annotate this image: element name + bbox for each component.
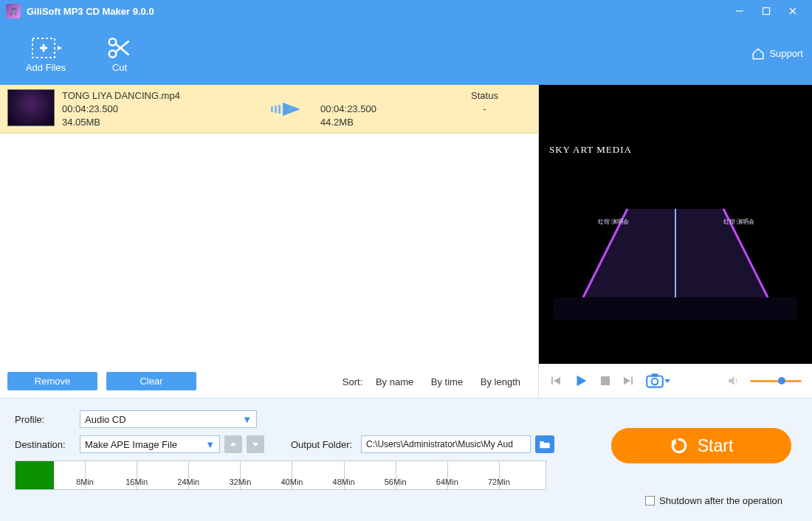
timeline-tick-label: 24Min (177, 477, 199, 486)
start-label: Start (698, 436, 734, 456)
app-title: GiliSoft MP3 CD Maker 9.0.0 (27, 6, 154, 17)
svg-marker-15 (283, 103, 300, 116)
clear-button[interactable]: Clear (106, 372, 196, 390)
preview-panel: SKY ART MEDIA 红馆·演唱会 红馆·演唱会 (539, 85, 812, 398)
svg-rect-27 (631, 377, 633, 385)
sort-by-length[interactable]: By length (481, 376, 520, 387)
svg-text:红馆·演唱会: 红馆·演唱会 (598, 218, 629, 225)
timeline-used (16, 461, 54, 489)
svg-text:红馆·演唱会: 红馆·演唱会 (723, 218, 754, 225)
file-list: TONG LIYA DANCING.mp4 00:04:23.500 34.05… (0, 85, 539, 398)
destination-label: Destination: (15, 439, 80, 450)
add-files-icon (30, 34, 62, 62)
timeline-tick-label: 56Min (385, 477, 407, 486)
target-size: 44.2MB (320, 116, 431, 129)
volume-icon[interactable] (726, 374, 740, 387)
timeline-tick-label: 64Min (436, 477, 458, 486)
sort-controls: Sort: By name By time By length (343, 376, 528, 387)
status-header: Status (438, 89, 531, 103)
shutdown-checkbox[interactable]: Shutdown after the operation (645, 495, 782, 506)
main-toolbar: Add Files Cut Support (0, 22, 812, 85)
cut-label: Cut (112, 62, 127, 73)
move-down-button[interactable] (247, 435, 264, 453)
content-area: TONG LIYA DANCING.mp4 00:04:23.500 34.05… (0, 85, 812, 398)
svg-rect-20 (554, 297, 797, 320)
add-files-button[interactable]: Add Files (9, 24, 83, 83)
svg-rect-23 (551, 377, 553, 385)
svg-marker-32 (230, 442, 236, 446)
timeline-tick-label: 16Min (125, 477, 148, 486)
svg-rect-14 (278, 105, 281, 114)
support-label: Support (769, 48, 803, 59)
timeline-tick-label: 40Min (281, 477, 303, 486)
maximize-button[interactable] (753, 0, 780, 22)
output-folder-input[interactable] (361, 435, 531, 453)
svg-rect-1 (763, 8, 770, 15)
checkbox-icon (645, 496, 655, 506)
source-size: 34.05MB (62, 116, 254, 129)
titlebar: 🎵 GiliSoft MP3 CD Maker 9.0.0 (0, 0, 812, 22)
profile-combo[interactable]: Audio CD ▼ (80, 410, 257, 428)
timeline-tick-label: 72Min (488, 477, 510, 486)
profile-value: Audio CD (85, 414, 126, 425)
volume-slider[interactable] (750, 380, 802, 382)
svg-marker-26 (624, 377, 630, 385)
browse-folder-button[interactable] (535, 435, 554, 453)
profile-label: Profile: (15, 414, 80, 425)
svg-rect-13 (275, 106, 277, 113)
file-thumbnail (7, 89, 55, 126)
file-row[interactable]: TONG LIYA DANCING.mp4 00:04:23.500 34.05… (0, 85, 538, 134)
minimize-button[interactable] (726, 0, 753, 22)
bottom-panel: Profile: Audio CD ▼ Destination: Make AP… (0, 398, 812, 521)
cut-button[interactable]: Cut (83, 24, 156, 83)
timeline-tick-label: 32Min (229, 477, 251, 486)
output-folder-label: Output Folder: (291, 439, 352, 450)
svg-point-29 (652, 379, 658, 385)
arrow-right-icon (269, 101, 305, 117)
destination-combo[interactable]: Make APE Image File ▼ (80, 435, 220, 453)
svg-rect-25 (601, 376, 610, 385)
sort-label: Sort: (343, 376, 362, 387)
sort-by-time[interactable]: By time (431, 376, 463, 387)
chevron-down-icon: ▼ (242, 414, 252, 425)
svg-marker-24 (577, 376, 587, 387)
remove-button[interactable]: Remove (7, 372, 97, 390)
stage-scene: 红馆·演唱会 红馆·演唱会 (539, 187, 812, 334)
destination-value: Make APE Image File (85, 439, 177, 450)
snapshot-button[interactable] (645, 373, 670, 389)
start-button[interactable]: Start (611, 428, 791, 463)
refresh-icon (670, 436, 689, 455)
status-value: - (438, 103, 531, 116)
add-files-label: Add Files (26, 62, 66, 73)
file-name: TONG LIYA DANCING.mp4 (62, 89, 254, 103)
svg-rect-30 (652, 373, 658, 376)
chevron-down-icon: ▼ (205, 439, 215, 450)
move-up-button[interactable] (224, 435, 242, 453)
app-logo-icon: 🎵 (6, 4, 21, 18)
home-icon (751, 47, 765, 61)
disc-timeline: 8Min16Min24Min32Min40Min48Min56Min64Min7… (15, 460, 546, 490)
sort-by-name[interactable]: By name (376, 376, 413, 387)
svg-marker-33 (252, 443, 258, 446)
source-duration: 00:04:23.500 (62, 103, 254, 116)
stop-button[interactable] (599, 375, 611, 387)
play-button[interactable] (573, 373, 589, 389)
svg-marker-7 (58, 46, 62, 50)
scissors-icon (105, 34, 134, 62)
timeline-tick-label: 8Min (76, 477, 94, 486)
prev-track-button[interactable] (549, 374, 562, 387)
timeline-tick-label: 48Min (333, 477, 355, 486)
support-link[interactable]: Support (751, 47, 803, 61)
preview-controls (539, 364, 812, 398)
shutdown-label: Shutdown after the operation (659, 495, 782, 506)
svg-marker-31 (664, 379, 670, 383)
video-preview[interactable]: SKY ART MEDIA 红馆·演唱会 红馆·演唱会 (539, 85, 812, 364)
svg-rect-12 (271, 106, 273, 112)
target-duration: 00:04:23.500 (320, 103, 431, 116)
video-watermark: SKY ART MEDIA (549, 144, 632, 156)
close-button[interactable] (780, 0, 806, 22)
next-track-button[interactable] (622, 374, 635, 387)
